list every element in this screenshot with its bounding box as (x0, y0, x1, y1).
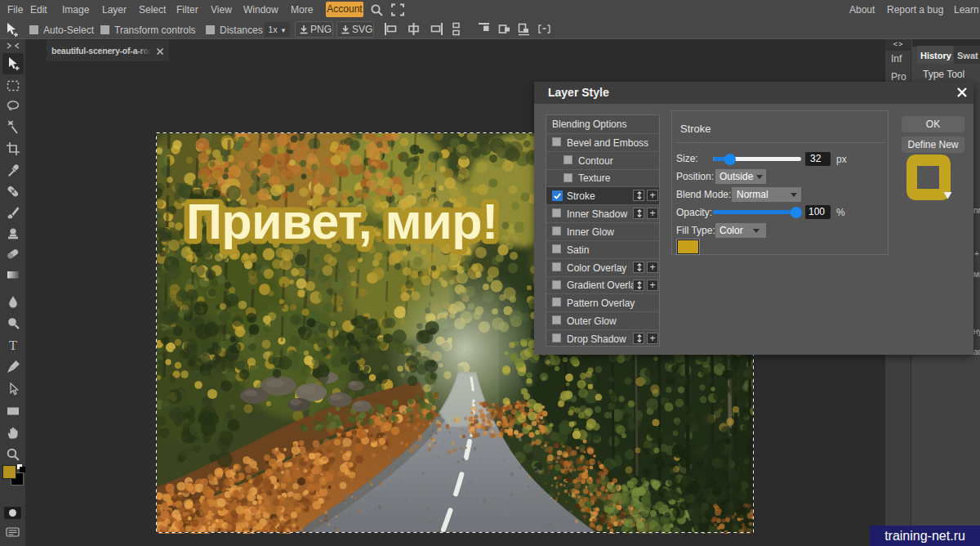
svg-text:Привет, мир!: Привет, мир! (186, 194, 498, 249)
svg-text:T: T (9, 338, 18, 352)
